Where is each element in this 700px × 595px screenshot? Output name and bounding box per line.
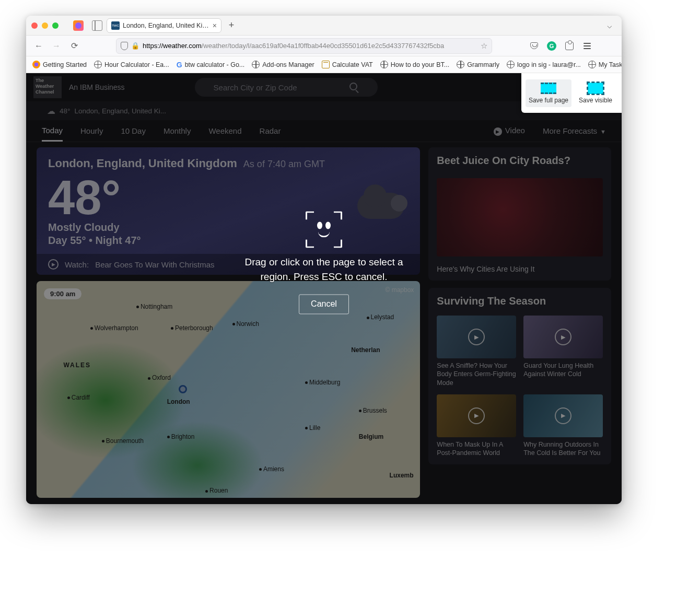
globe-icon (588, 61, 596, 68)
save-visible-button[interactable]: Save visible (574, 79, 617, 107)
tabs-dropdown-button[interactable]: ⌵ (603, 20, 616, 30)
screenshot-cancel-button[interactable]: Cancel (299, 295, 349, 314)
close-window-button[interactable] (31, 22, 38, 29)
hamburger-icon (581, 41, 593, 51)
sidebar-toggle-icon[interactable] (92, 20, 102, 31)
screenshot-instructions: Drag or click on the page to select a re… (230, 211, 418, 314)
globe-icon (457, 61, 464, 68)
google-icon: G (177, 61, 182, 69)
browser-tab[interactable]: TWC London, England, United Kingdo × (107, 18, 221, 33)
new-tab-button[interactable]: + (226, 20, 237, 31)
bookmark-my-tasks[interactable]: My Tasks - Planner (588, 61, 622, 68)
url-bar[interactable]: 🔒 https://weather.com/weather/today/l/aa… (116, 38, 492, 54)
screenshot-message: Drag or click on the page to select a re… (230, 255, 418, 284)
bookmark-hour-calculator[interactable]: Hour Calculator - Ea... (94, 61, 169, 68)
bookmark-grammarly[interactable]: Grammarly (457, 61, 499, 68)
firefox-icon (73, 20, 84, 31)
pocket-icon (530, 42, 538, 49)
bookmarks-bar: Getting Started Hour Calculator - Ea... … (26, 56, 622, 73)
grammarly-icon: G (547, 41, 556, 51)
calculator-icon (322, 61, 330, 68)
extensions-button[interactable] (562, 39, 577, 53)
bookmark-star-button[interactable]: ☆ (481, 41, 487, 51)
app-menu-button[interactable] (580, 39, 594, 53)
pocket-button[interactable] (527, 39, 541, 53)
browser-toolbar: ← → ⟳ 🔒 https://weather.com/weather/toda… (26, 36, 622, 56)
favicon-weather-icon: TWC (111, 21, 120, 30)
globe-icon (94, 61, 102, 68)
bookmark-logo-in-sig[interactable]: logo in sig - laura@r... (507, 61, 581, 68)
forward-button[interactable]: → (49, 39, 64, 53)
lock-icon: 🔒 (131, 42, 139, 50)
back-button[interactable]: ← (31, 39, 46, 53)
shield-icon (121, 42, 128, 50)
full-page-icon (541, 83, 556, 94)
visible-icon (588, 83, 603, 94)
bookmark-calculate-vat[interactable]: Calculate VAT (322, 61, 373, 68)
grammarly-extension-button[interactable]: G (544, 39, 559, 53)
window-titlebar: TWC London, England, United Kingdo × + ⌵ (26, 16, 622, 36)
bookmark-btw-calculator[interactable]: Gbtw calculator - Go... (177, 61, 245, 69)
minimize-window-button[interactable] (42, 22, 48, 29)
bookmark-addons-manager[interactable]: Add-ons Manager (252, 61, 314, 68)
save-full-page-button[interactable]: Save full page (526, 79, 571, 107)
puzzle-icon (565, 42, 574, 50)
globe-icon (380, 61, 388, 68)
screenshot-face-icon (306, 211, 342, 248)
maximize-window-button[interactable] (52, 22, 59, 29)
page-content: The Weather Channel An IBM Business Sear… (26, 73, 622, 504)
bookmark-getting-started[interactable]: Getting Started (32, 61, 87, 68)
bookmark-how-to-bt[interactable]: How to do your BT... (380, 61, 450, 68)
site-security[interactable]: 🔒 (121, 42, 139, 50)
globe-icon (507, 61, 515, 68)
globe-icon (252, 61, 260, 68)
tab-close-button[interactable]: × (213, 21, 217, 30)
reload-button[interactable]: ⟳ (67, 39, 81, 53)
url-text: https://weather.com/weather/today/l/aac6… (143, 42, 477, 50)
tab-title: London, England, United Kingdo (123, 22, 209, 29)
screenshot-toolbar: Save full page Save visible (521, 73, 622, 113)
browser-window: TWC London, England, United Kingdo × + ⌵… (26, 16, 622, 504)
firefox-icon (32, 61, 40, 68)
window-controls (31, 22, 59, 29)
